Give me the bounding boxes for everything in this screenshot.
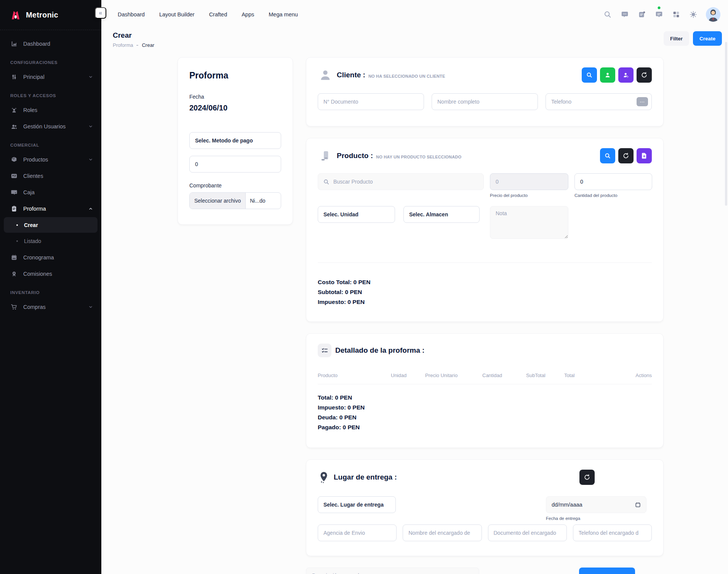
topnav: Dashboard Layout Builder Crafted Apps Me…	[118, 11, 298, 18]
documento-input[interactable]	[318, 93, 424, 110]
sidebar-item-label: Proforma	[23, 206, 46, 212]
sidebar-item-gestion-usuarios[interactable]: Gestión Usuarios	[0, 118, 101, 134]
col-actions: Actions	[621, 373, 652, 378]
fecha-entrega-input[interactable]: dd/mm/aaaa	[546, 496, 646, 513]
add-client-button[interactable]	[600, 67, 615, 83]
create-button[interactable]: Create	[693, 31, 722, 46]
monto-field-wrap	[189, 156, 281, 173]
file-select-button[interactable]: Seleccionar archivo	[190, 193, 246, 209]
encargado-telefono-input[interactable]	[573, 524, 652, 541]
filter-button[interactable]: Filter	[664, 31, 689, 46]
breadcrumb: Proforma Crear	[113, 42, 154, 48]
search-product-button[interactable]	[600, 148, 615, 163]
fecha-entrega-label: Fecha de entrega	[546, 516, 646, 521]
search-icon[interactable]	[603, 10, 612, 19]
topnav-layout-builder[interactable]: Layout Builder	[159, 11, 195, 18]
almacen-select[interactable]: Selec. Almacen	[403, 206, 480, 223]
sidebar-item-label: Gestión Usuarios	[23, 123, 66, 130]
lugar-entrega-select[interactable]: Selec. Lugar de entrega	[318, 496, 396, 513]
refresh-client-button[interactable]	[637, 67, 652, 83]
apps-grid-icon[interactable]	[672, 10, 681, 19]
topnav-apps[interactable]: Apps	[242, 11, 254, 18]
breadcrumb-parent[interactable]: Proforma	[113, 42, 133, 48]
almacen-value: Selec. Almacen	[409, 211, 448, 217]
brand-logo[interactable]: Metronic	[0, 0, 101, 30]
page-actions: Filter Create	[664, 31, 722, 46]
agencia-field-wrap	[318, 524, 397, 541]
scrollbar-thumb[interactable]	[725, 42, 727, 206]
user-avatar[interactable]	[706, 7, 720, 22]
sidebar-item-dashboard[interactable]: Dashboard	[0, 35, 101, 52]
dashboard-icon	[10, 40, 18, 48]
detalle-totals: Total: 0 PEN Impuesto: 0 PEN Deuda: 0 PE…	[306, 384, 663, 448]
sidebar-subitem-listado[interactable]: Listado	[4, 233, 98, 249]
unidad-value: Selec. Unidad	[323, 211, 358, 217]
person-icon	[318, 67, 333, 83]
encargado-nombre-input[interactable]	[403, 524, 482, 541]
cantidad-producto-input[interactable]	[574, 173, 652, 190]
descripcion-general-textarea[interactable]	[306, 568, 479, 574]
crear-proforma-button[interactable]: Crear Proforma	[579, 568, 635, 574]
sidebar-item-clientes[interactable]: Clientes	[0, 168, 101, 184]
chat-icon[interactable]	[620, 10, 629, 19]
sidebar-item-compras[interactable]: Compras	[0, 299, 101, 315]
nota-textarea[interactable]	[490, 206, 568, 239]
fecha-entrega-group: dd/mm/aaaa Fecha de entrega	[546, 496, 646, 521]
users-icon	[10, 123, 18, 130]
total-text: Total: 0 PEN	[318, 393, 652, 403]
sidebar-item-cronograma[interactable]: Cronograma	[0, 249, 101, 265]
sidebar-item-comisiones[interactable]: Comisiones	[0, 265, 101, 282]
sidebar-item-principal[interactable]: Principal	[0, 69, 101, 85]
pagado-text: Pagado: 0 PEN	[318, 422, 652, 432]
topnav-crafted[interactable]: Crafted	[209, 11, 227, 18]
subtotal-text: Subtotal: 0 PEN	[318, 287, 652, 297]
sidebar-subitem-crear[interactable]: Crear	[4, 217, 98, 233]
producto-card: Producto : NO HAY UN PRODUCTO SELECCIONA…	[306, 138, 664, 322]
sidebar-item-productos[interactable]: Productos	[0, 151, 101, 168]
messages-icon[interactable]	[654, 10, 664, 19]
topnav-dashboard[interactable]: Dashboard	[118, 11, 145, 18]
sidebar-item-roles[interactable]: Roles	[0, 102, 101, 118]
lugar-entrega-value: Selec. Lugar de entrega	[323, 502, 384, 508]
nombre-input[interactable]	[432, 93, 538, 110]
nombre-field-wrap	[432, 93, 538, 110]
encargado-documento-input[interactable]	[488, 524, 567, 541]
telefono-field-wrap: ⋯	[546, 93, 652, 110]
cliente-card-header: Cliente : NO HA SELECCIONADO UN CLIENTE	[306, 58, 663, 83]
metodo-pago-select[interactable]: Selec. Metodo de pago	[189, 132, 281, 149]
chevron-down-icon	[88, 157, 93, 162]
file-status-text: Ni...do	[246, 193, 269, 209]
unidad-select[interactable]: Selec. Unidad	[318, 206, 395, 223]
proforma-summary-column: Proforma Fecha 2024/06/10 Selec. Metodo …	[178, 57, 293, 556]
refresh-product-button[interactable]	[618, 148, 634, 163]
topnav-mega-menu[interactable]: Mega menu	[269, 11, 298, 18]
sidebar-item-label: Caja	[23, 189, 35, 195]
producto-totals: Costo Total: 0 PEN Subtotal: 0 PEN Impue…	[306, 263, 663, 321]
client-settings-button[interactable]	[618, 67, 634, 83]
search-client-button[interactable]	[582, 67, 597, 83]
sidebar-item-proforma[interactable]: Proforma	[0, 200, 101, 217]
unidad-almacen-row: Selec. Unidad Selec. Almacen	[318, 206, 484, 223]
telefono-more-button[interactable]: ⋯	[637, 97, 648, 106]
sidebar-item-label: Clientes	[23, 173, 43, 179]
agencia-envio-input[interactable]	[318, 524, 397, 541]
page-header: Crear Proforma Crear Filter Create	[101, 29, 728, 48]
monto-input[interactable]	[189, 156, 281, 173]
notifications-icon[interactable]	[637, 10, 646, 19]
metronic-logo-icon	[10, 10, 21, 20]
cliente-fields: ⋯	[306, 83, 663, 126]
comprobante-file-input[interactable]: Seleccionar archivo Ni...do	[189, 192, 281, 209]
entrega-card: Lugar de entrega : Selec. Lugar de entre…	[306, 459, 664, 556]
refresh-entrega-button[interactable]	[579, 470, 595, 485]
theme-sun-icon[interactable]	[689, 10, 698, 19]
telefono-input[interactable]	[546, 93, 652, 110]
col-cantidad: Cantidad	[482, 373, 526, 378]
sidebar-item-caja[interactable]: Caja	[0, 184, 101, 200]
sidebar-collapse-button[interactable]: «	[95, 7, 106, 19]
main-area: Dashboard Layout Builder Crafted Apps Me…	[101, 0, 728, 574]
new-product-file-button[interactable]	[637, 148, 652, 163]
cliente-actions	[582, 67, 652, 83]
bullet-dot-icon	[16, 240, 18, 242]
buscar-producto-input[interactable]	[333, 179, 478, 185]
entrega-title: Lugar de entrega :	[334, 473, 397, 481]
